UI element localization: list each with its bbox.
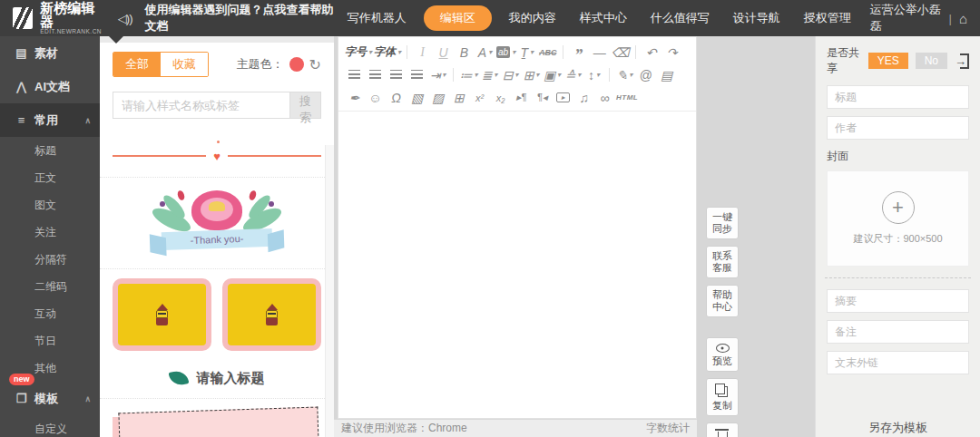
save-as-template-link[interactable]: 另存为模板 bbox=[827, 420, 969, 436]
underline-icon[interactable]: U▾ bbox=[434, 43, 453, 62]
subscript-icon[interactable]: x₂▾ bbox=[491, 88, 510, 107]
sidebar-item-body[interactable]: 正文 bbox=[0, 164, 100, 191]
word-count-link[interactable]: 字数统计 bbox=[646, 421, 690, 436]
clear-format-icon[interactable]: ⌫▾ bbox=[611, 43, 630, 62]
word-spacing-icon[interactable]: ⊞▾ bbox=[522, 65, 541, 84]
text-style-icon[interactable]: Ṯ▾ bbox=[517, 43, 536, 62]
rtl-icon[interactable]: ¶◂▾ bbox=[533, 88, 552, 107]
sidebar-item-title[interactable]: 标题 bbox=[0, 137, 100, 164]
ordered-list-icon[interactable]: ≔▾ bbox=[459, 65, 478, 84]
theme-color-swatch[interactable] bbox=[289, 57, 304, 72]
insert-video-icon[interactable]: ▸▾ bbox=[554, 88, 573, 107]
template-thank-you[interactable]: -Thank you- bbox=[113, 178, 321, 268]
text-block-icon[interactable]: ▣▾ bbox=[543, 65, 562, 84]
template-leaf-title[interactable]: 请输入标题 bbox=[113, 358, 321, 398]
special-char-icon[interactable]: Ω▾ bbox=[387, 88, 406, 107]
outlink-input[interactable] bbox=[827, 351, 969, 374]
font-size-dropdown[interactable]: 字号▾ bbox=[345, 43, 372, 62]
align-center-icon[interactable]: ▾ bbox=[366, 65, 385, 84]
font-family-dropdown[interactable]: 字体▾ bbox=[374, 43, 401, 62]
emoji-icon[interactable]: ☺▾ bbox=[366, 88, 385, 107]
nav-item-design-nav[interactable]: 设计导航 bbox=[721, 6, 792, 30]
copy-button[interactable]: 复制 bbox=[706, 378, 739, 416]
sidebar-item-template[interactable]: new ❐ 模板 ∧ bbox=[0, 382, 100, 415]
app-logo[interactable]: 新榜编辑器 EDIT.NEWRANK.CN bbox=[13, 1, 103, 35]
sidebar-item-divider[interactable]: 分隔符 bbox=[0, 246, 100, 273]
word-import-icon[interactable]: ▤▾ bbox=[657, 65, 676, 84]
superscript-icon[interactable]: x²▾ bbox=[470, 88, 489, 107]
strikethrough-icon[interactable]: ABC▾ bbox=[538, 43, 557, 62]
html-source-icon[interactable]: HTML▾ bbox=[616, 88, 638, 107]
nav-item-auth-manage[interactable]: 授权管理 bbox=[792, 6, 863, 30]
insert-image-icon[interactable]: ▧▾ bbox=[407, 88, 426, 107]
sidebar-item-common[interactable]: ≡ 常用 ∧ bbox=[0, 103, 100, 137]
search-button[interactable]: 搜 索 bbox=[289, 92, 321, 119]
sidebar-item-follow[interactable]: 关注 bbox=[0, 218, 100, 246]
contact-support-button[interactable]: 联系客服 bbox=[706, 246, 739, 278]
panel-scrollbar[interactable] bbox=[325, 145, 334, 437]
highlight-color-icon[interactable]: ab▾ bbox=[496, 43, 515, 62]
tab-favorites[interactable]: 收藏 bbox=[161, 53, 208, 76]
sidebar-item-ai-docs[interactable]: ⋀ AI文档 bbox=[0, 70, 100, 103]
editor-canvas[interactable] bbox=[338, 112, 696, 418]
italic-icon[interactable]: I▾ bbox=[413, 43, 432, 62]
sidebar-item-interact[interactable]: 互动 bbox=[0, 300, 100, 327]
template-yellow-cards[interactable] bbox=[113, 278, 321, 351]
insert-link-icon[interactable]: ∞▾ bbox=[595, 88, 614, 107]
article-title-input[interactable] bbox=[827, 85, 969, 109]
horizontal-rule-icon[interactable]: —▾ bbox=[590, 43, 609, 62]
blockquote-icon[interactable]: ”▾ bbox=[569, 43, 588, 62]
line-height-icon[interactable]: ↕▾ bbox=[584, 65, 603, 84]
template-pink-dashed-box[interactable] bbox=[113, 406, 321, 437]
nav-item-editor-area[interactable]: 编辑区 bbox=[424, 5, 492, 31]
cover-upload-area[interactable]: + 建议尺寸：900×500 bbox=[827, 170, 969, 267]
share-no-button[interactable]: No bbox=[916, 53, 947, 69]
align-right-icon[interactable]: ▾ bbox=[387, 65, 406, 84]
indent-icon[interactable]: ⇥▾ bbox=[428, 65, 447, 84]
sidebar-item-festival[interactable]: 节日 bbox=[0, 327, 100, 354]
tab-all[interactable]: 全部 bbox=[113, 53, 161, 76]
sync-button[interactable]: 一键同步 bbox=[706, 207, 739, 239]
sidebar-item-qrcode[interactable]: 二维码 bbox=[0, 273, 100, 300]
ltr-icon[interactable]: ▸¶▾ bbox=[512, 88, 531, 107]
nav-item-my-content[interactable]: 我的内容 bbox=[497, 6, 568, 30]
style-search-input[interactable] bbox=[113, 92, 289, 119]
sidebar-item-image-text[interactable]: 图文 bbox=[0, 191, 100, 218]
unordered-list-icon[interactable]: ≣▾ bbox=[480, 65, 499, 84]
format-wand-icon[interactable]: ✎▾ bbox=[615, 65, 634, 84]
row-spacing-icon[interactable]: ⊟▾ bbox=[501, 65, 520, 84]
summary-input[interactable] bbox=[827, 289, 969, 313]
help-center-button[interactable]: 帮助中心 bbox=[706, 285, 739, 317]
insert-music-icon[interactable]: ♫▾ bbox=[574, 88, 593, 107]
search-replace-icon[interactable]: @▾ bbox=[636, 65, 655, 84]
align-left-icon[interactable]: ▾ bbox=[345, 65, 364, 84]
bold-icon[interactable]: B▾ bbox=[455, 43, 474, 62]
align-justify-icon[interactable]: ▾ bbox=[407, 65, 426, 84]
clear-button[interactable]: 清空 bbox=[706, 422, 739, 437]
paragraph-spacing-icon[interactable]: ≙▾ bbox=[564, 65, 583, 84]
username[interactable]: 运营公举小磊磊 bbox=[870, 2, 942, 34]
collapse-panel-icon[interactable]: → bbox=[955, 53, 969, 69]
sidebar-item-material[interactable]: ▤ 素材 bbox=[0, 36, 100, 70]
preview-button[interactable]: 预览 bbox=[706, 337, 739, 372]
nav-item-style-center[interactable]: 样式中心 bbox=[568, 6, 639, 30]
font-color-icon[interactable]: A▾ bbox=[475, 43, 495, 62]
help-notice-link[interactable]: 使用编辑器遇到问题？点我查看帮助文档 bbox=[144, 2, 335, 34]
nav-item-writing-robot[interactable]: 写作机器人 bbox=[336, 6, 418, 30]
redo-icon[interactable]: ↷▾ bbox=[662, 43, 681, 62]
upload-image-icon[interactable]: ▨▾ bbox=[428, 88, 447, 107]
dropdown-caret-icon: ▾ bbox=[474, 71, 477, 79]
dropdown-caret-icon: ▾ bbox=[512, 48, 515, 56]
sidebar-item-custom[interactable]: 自定义 bbox=[0, 415, 100, 437]
article-author-input[interactable] bbox=[827, 116, 969, 140]
home-icon[interactable]: ⌂ bbox=[959, 11, 967, 26]
insert-table-icon[interactable]: ⊞▾ bbox=[449, 88, 468, 107]
theme-reset-icon[interactable]: ↻ bbox=[309, 56, 321, 73]
note-input[interactable] bbox=[827, 320, 969, 344]
announcement-speaker-icon[interactable]: ◁)) bbox=[118, 12, 132, 25]
format-painter-icon[interactable]: ✒▾ bbox=[345, 88, 364, 107]
template-heart-divider[interactable]: ♥ bbox=[113, 135, 321, 177]
share-yes-button[interactable]: YES bbox=[868, 53, 908, 69]
undo-icon[interactable]: ↶▾ bbox=[642, 43, 661, 62]
nav-item-worth-writing[interactable]: 什么值得写 bbox=[639, 6, 721, 30]
